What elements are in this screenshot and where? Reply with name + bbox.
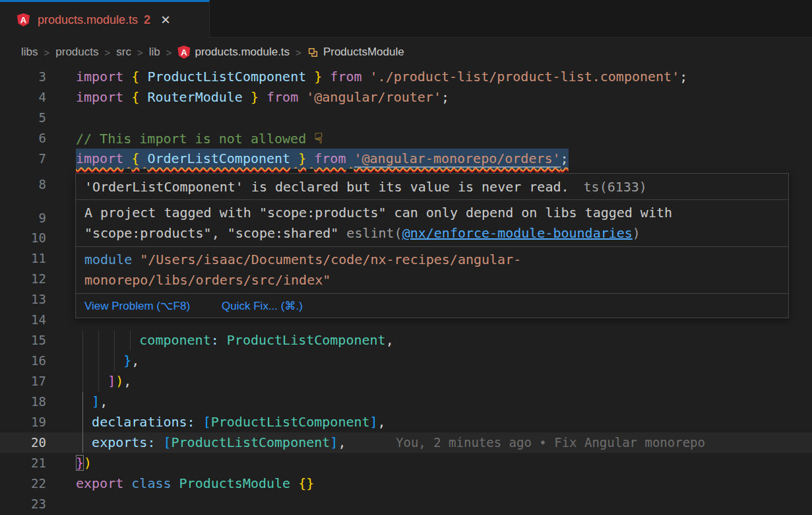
code-line-22[interactable]: export class ProductsModule {} — [0, 473, 812, 494]
hover-status-bar: View Problem (⌥F8) Quick Fix... (⌘.) — [76, 294, 788, 318]
code-token: , — [378, 414, 386, 430]
code-token: ] — [108, 373, 115, 389]
chevron-right-icon: > — [296, 47, 301, 58]
code-token — [298, 89, 306, 105]
code-token: , — [123, 373, 131, 389]
code-line-text: export class ProductsModule {} — [76, 473, 314, 494]
ts-error-message: 'OrderListComponent' is declared but its… — [84, 179, 569, 195]
code-token: ProductListComponent — [172, 434, 330, 450]
code-line-text: import { OrderListComponent } from '@ang… — [76, 149, 569, 169]
code-token: from — [314, 151, 346, 166]
code-line-5[interactable] — [0, 108, 812, 128]
code-token — [139, 69, 147, 85]
code-token: ) — [84, 455, 92, 471]
code-token — [139, 151, 147, 166]
breadcrumb-item-lib[interactable]: lib — [149, 46, 160, 59]
code-line-3[interactable]: import { ProductListComponent } from './… — [0, 67, 812, 87]
code-token: } — [123, 353, 131, 368]
tab-problem-badge: 2 — [144, 13, 150, 27]
code-line-17[interactable]: ]), — [0, 371, 812, 392]
code-token: } — [298, 151, 306, 166]
code-token: ProductListComponent — [227, 332, 386, 348]
eslint-rule-link[interactable]: @nx/enforce-module-boundaries — [402, 225, 633, 241]
code-token: ] — [370, 414, 378, 430]
quick-fix-action[interactable]: Quick Fix... (⌘.) — [222, 299, 303, 313]
breadcrumb-item-src[interactable]: src — [116, 46, 131, 59]
code-line-text: ]), — [76, 371, 131, 392]
close-icon[interactable]: × — [161, 12, 170, 28]
code-token: ProductListComponent — [211, 414, 370, 430]
code-token: './product-list/product-list.component' — [370, 69, 680, 85]
code-token: ProductsModule — [179, 475, 291, 491]
view-problem-action[interactable]: View Problem (⌥F8) — [84, 299, 190, 313]
vscode-window: A products.module.ts 2 × libs > products… — [0, 0, 812, 515]
eslint-message-line1: A project tagged with "scope:products" c… — [84, 203, 780, 223]
hover-module-info: module"/Users/isaac/Documents/code/nx-re… — [76, 247, 788, 294]
code-line-15[interactable]: component: ProductListComponent, — [0, 330, 812, 351]
code-token: , — [338, 434, 346, 450]
code-token — [259, 89, 266, 105]
code-token — [76, 414, 92, 430]
code-token: ] — [330, 434, 338, 450]
breadcrumb-item-symbol[interactable]: ProductsModule — [307, 46, 404, 59]
code-line-21[interactable]: }) — [0, 453, 812, 473]
code-token — [172, 475, 179, 491]
code-token: { — [131, 89, 139, 105]
code-token: declarations — [92, 414, 187, 430]
hover-ts-error: 'OrderListComponent' is declared but its… — [76, 174, 788, 200]
code-token: : — [211, 332, 219, 348]
code-token — [76, 373, 108, 389]
breadcrumb-item-file[interactable]: A products.module.ts — [177, 46, 290, 59]
code-token: , — [131, 353, 139, 368]
code-line-text: import { ProductListComponent } from './… — [76, 67, 687, 87]
code-token: // This import is not allowed — [76, 131, 314, 147]
code-line-6[interactable]: // This import is not allowed ☟ — [0, 128, 812, 149]
code-token — [139, 89, 147, 105]
chevron-right-icon: > — [166, 47, 172, 58]
code-token: } — [251, 89, 259, 105]
code-line-7[interactable]: import { OrderListComponent } from '@ang… — [0, 149, 812, 169]
code-line-19[interactable]: declarations: [ProductListComponent], — [0, 412, 812, 432]
chevron-right-icon: > — [44, 47, 50, 58]
breadcrumb-item-libs[interactable]: libs — [21, 46, 38, 59]
code-token: exports — [92, 434, 147, 450]
code-token: OrderListComponent — [147, 151, 290, 166]
code-token: , — [386, 332, 394, 348]
code-token: export — [76, 475, 123, 491]
code-line-text: declarations: [ProductListComponent], — [76, 412, 386, 432]
code-line-16[interactable]: }, — [0, 351, 812, 371]
code-line-23[interactable] — [0, 494, 812, 514]
code-token — [290, 151, 298, 166]
code-line-text: component: ProductListComponent, — [76, 330, 394, 351]
code-token: } — [76, 455, 84, 471]
tab-products-module[interactable]: A products.module.ts 2 × — [0, 0, 210, 38]
code-token: '@angular/router' — [306, 89, 441, 105]
module-path-line2: monorepo/libs/orders/src/index" — [84, 270, 780, 291]
code-token: class — [131, 475, 171, 491]
code-token — [322, 69, 330, 85]
code-line-18[interactable]: ], — [0, 392, 812, 412]
code-token — [195, 414, 203, 430]
code-token — [306, 69, 314, 85]
code-token: from — [266, 89, 298, 105]
code-token — [76, 353, 123, 368]
angular-icon: A — [177, 46, 190, 59]
code-token — [76, 332, 139, 348]
code-line-text: }) — [76, 453, 92, 473]
code-line-20[interactable]: exports: [ProductListComponent],You, 2 m… — [0, 432, 812, 453]
code-line-4[interactable]: import { RouterModule } from '@angular/r… — [0, 87, 812, 108]
code-token — [123, 151, 131, 166]
code-token: ☟ — [314, 130, 323, 147]
code-token: import — [76, 89, 123, 105]
code-token: } — [314, 69, 322, 85]
breadcrumb-item-products[interactable]: products — [55, 46, 98, 59]
code-token: { — [131, 69, 139, 85]
code-token: import — [76, 69, 123, 85]
module-path-line1: module"/Users/isaac/Documents/code/nx-re… — [84, 250, 780, 270]
code-token: '@angular-monorepo/orders' — [354, 151, 561, 168]
chevron-right-icon: > — [104, 47, 110, 58]
code-token — [306, 151, 314, 166]
code-token: ProductListComponent — [147, 69, 306, 85]
tab-label: products.module.ts — [38, 13, 138, 27]
code-line-text: ], — [76, 392, 108, 412]
